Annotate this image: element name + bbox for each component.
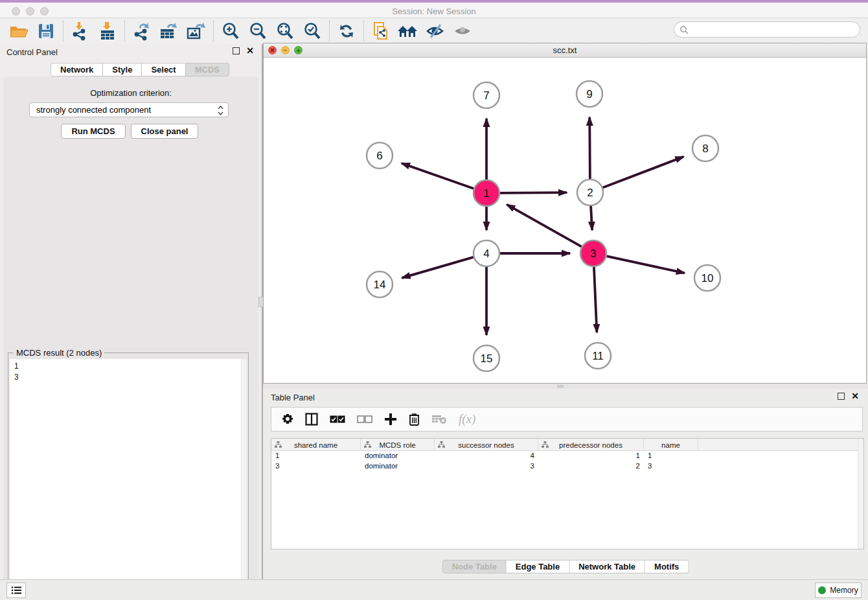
refresh-icon: [338, 23, 355, 40]
select-all-button[interactable]: [330, 415, 345, 424]
node-label-10: 10: [702, 272, 714, 284]
function-builder-button[interactable]: f(x): [459, 412, 475, 426]
open-session-button[interactable]: [5, 19, 32, 43]
duplicate-network-button[interactable]: [367, 19, 394, 43]
export-network-icon: [133, 21, 151, 41]
optimization-criterion-dropdown[interactable]: strongly connected component: [29, 102, 229, 117]
checked-boxes-icon: [330, 415, 345, 424]
node-label-6: 6: [376, 150, 382, 162]
column-label: predecessor nodes: [559, 441, 622, 449]
delete-table-button[interactable]: [431, 414, 447, 424]
edge-2-9[interactable]: [589, 117, 590, 179]
network-graph[interactable]: 1234678910111415: [264, 58, 866, 383]
mcds-result-scrollbar[interactable]: [241, 359, 247, 596]
network-window-titlebar[interactable]: ✕ − ＋ scc.txt: [264, 43, 866, 58]
tab-edge-table[interactable]: Edge Table: [507, 560, 569, 573]
edge-4-14[interactable]: [402, 257, 474, 278]
home-network-button[interactable]: [394, 19, 422, 43]
zoom-selected-icon: [303, 22, 321, 40]
table-cell[interactable]: dominator: [361, 451, 435, 461]
zoom-out-button[interactable]: [244, 19, 271, 43]
table-cell[interactable]: 1: [538, 451, 644, 461]
edge-3-10[interactable]: [607, 256, 685, 273]
table-cell[interactable]: 3: [644, 461, 698, 472]
node-label-9: 9: [586, 88, 592, 100]
network-canvas[interactable]: 1234678910111415: [264, 58, 866, 383]
table-cell[interactable]: 3: [435, 461, 538, 472]
zoom-in-button[interactable]: [217, 19, 244, 43]
edge-3-1[interactable]: [507, 205, 581, 247]
tab-motifs[interactable]: Motifs: [645, 560, 689, 573]
float-table-panel-icon[interactable]: [838, 393, 845, 400]
table-scrollbar[interactable]: [858, 439, 863, 549]
table-settings-button[interactable]: [282, 413, 293, 425]
table-cell[interactable]: 3: [271, 461, 361, 472]
unchecked-boxes-icon: [357, 415, 372, 424]
table-cell[interactable]: 2: [538, 461, 644, 472]
zoom-fit-button[interactable]: [271, 19, 299, 43]
import-network-button[interactable]: [67, 19, 94, 43]
hide-eye-button[interactable]: [422, 19, 449, 43]
column-header-predecessor-nodes[interactable]: predecessor nodes: [538, 439, 644, 451]
refresh-button[interactable]: [333, 19, 360, 43]
search-box[interactable]: [674, 21, 860, 38]
node-table[interactable]: shared nameMCDS rolesuccessor nodesprede…: [271, 438, 864, 549]
table-cell[interactable]: 1: [644, 451, 698, 461]
table-cell[interactable]: 4: [435, 451, 538, 461]
tab-network[interactable]: Network: [51, 63, 103, 76]
column-header-MCDS-role[interactable]: MCDS role: [361, 439, 435, 451]
status-bar: Memory: [0, 579, 868, 600]
table-cell[interactable]: 1: [271, 451, 361, 461]
edge-1-2[interactable]: [500, 192, 567, 193]
horizontal-divider-grip[interactable]: [557, 385, 564, 388]
hide-eye-icon: [426, 23, 445, 39]
app-titlebar: Session: New Session: [0, 0, 868, 18]
show-eye-icon: [453, 23, 472, 39]
gear-icon: [282, 413, 293, 425]
horizontal-divider[interactable]: [263, 384, 868, 389]
open-folder-icon: [9, 23, 29, 40]
show-eye-button[interactable]: [449, 19, 476, 43]
tab-network-table[interactable]: Network Table: [569, 560, 645, 573]
delete-column-button[interactable]: [409, 413, 420, 426]
tab-node-table[interactable]: Node Table: [442, 560, 507, 573]
home-icon: [397, 23, 419, 39]
zoom-selected-button[interactable]: [299, 19, 326, 43]
run-mcds-button[interactable]: Run MCDS: [61, 124, 126, 139]
table-row[interactable]: 3dominator323: [271, 461, 863, 472]
hierarchy-icon: [275, 441, 282, 448]
column-label: successor nodes: [458, 441, 514, 449]
edge-2-8[interactable]: [603, 157, 684, 188]
zoom-out-icon: [249, 22, 267, 40]
add-column-button[interactable]: [384, 413, 397, 426]
save-session-button[interactable]: [32, 19, 60, 43]
export-network-button[interactable]: [128, 19, 155, 43]
column-header-successor-nodes[interactable]: successor nodes: [435, 439, 538, 451]
hierarchy-icon: [364, 441, 371, 448]
column-header-name[interactable]: name: [644, 439, 698, 451]
column-header-shared-name[interactable]: shared name: [271, 439, 361, 451]
edge-3-11[interactable]: [594, 267, 597, 332]
memory-button[interactable]: Memory: [815, 583, 862, 598]
table-row[interactable]: 1dominator411: [271, 451, 863, 461]
close-panel-button[interactable]: Close panel: [131, 124, 198, 139]
import-table-button[interactable]: [94, 19, 121, 43]
tab-mcds[interactable]: MCDS: [186, 63, 229, 76]
task-history-button[interactable]: [6, 583, 26, 598]
tab-select[interactable]: Select: [142, 63, 185, 76]
edge-1-6[interactable]: [402, 163, 474, 189]
mcds-result-text[interactable]: 1 3: [10, 359, 247, 596]
optimization-criterion-label: Optimization criterion:: [3, 88, 258, 98]
unselect-all-button[interactable]: [357, 415, 372, 424]
show-column-button[interactable]: [305, 413, 318, 426]
column-label: shared name: [294, 441, 337, 449]
close-table-panel-icon[interactable]: ✕: [851, 393, 859, 400]
export-table-button[interactable]: [155, 19, 183, 43]
tab-style[interactable]: Style: [103, 63, 142, 76]
edge-2-3[interactable]: [591, 206, 592, 230]
table-cell[interactable]: dominator: [361, 461, 435, 472]
search-input[interactable]: [689, 23, 860, 36]
export-image-button[interactable]: [183, 19, 210, 43]
close-panel-icon[interactable]: ✕: [246, 47, 254, 54]
float-panel-icon[interactable]: [233, 47, 240, 54]
